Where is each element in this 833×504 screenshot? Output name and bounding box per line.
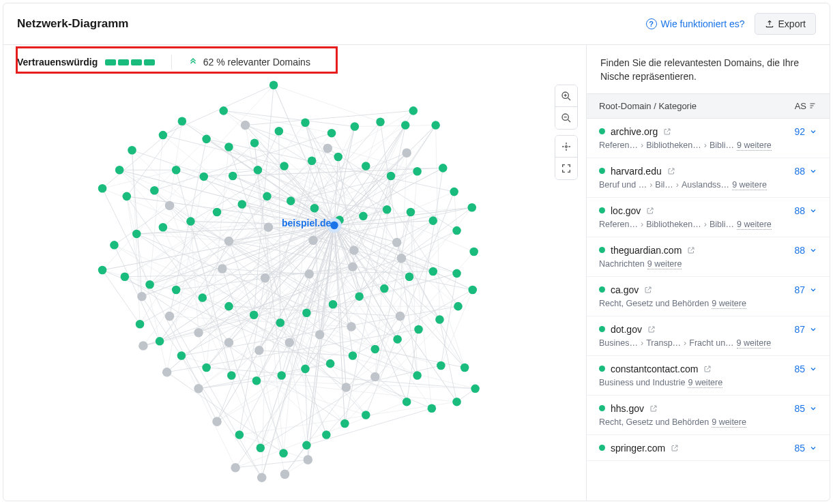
domain-row[interactable]: loc.gov88Referen… › Bibliotheken… › Bibl… (587, 198, 830, 237)
domain-row[interactable]: springer.com85 (587, 435, 830, 461)
chevron-down-icon[interactable] (809, 365, 817, 373)
svg-point-426 (227, 371, 236, 380)
svg-point-348 (257, 473, 267, 482)
external-link-icon[interactable] (649, 404, 658, 413)
graph-area[interactable]: beispiel.de (3, 79, 586, 501)
svg-line-221 (229, 342, 260, 448)
domain-row[interactable]: constantcontact.com85Business und Indust… (587, 356, 830, 396)
svg-point-415 (468, 286, 477, 295)
svg-point-435 (452, 398, 461, 406)
domain-row[interactable]: ca.gov87Recht, Gesetz und Behörden 9 wei… (587, 277, 830, 316)
svg-point-383 (467, 203, 476, 212)
svg-point-354 (159, 131, 168, 140)
svg-point-399 (98, 266, 107, 275)
network-graph[interactable] (3, 79, 586, 501)
svg-point-332 (137, 292, 147, 301)
svg-line-2 (274, 85, 380, 122)
chevron-down-icon[interactable] (809, 167, 817, 175)
svg-point-386 (407, 208, 415, 217)
as-score: 88 (794, 166, 805, 177)
external-link-icon[interactable] (647, 325, 656, 333)
domain-row[interactable]: archive.org92Referen… › Bibliotheken… › … (587, 119, 830, 158)
svg-point-446 (330, 222, 338, 230)
svg-point-375 (280, 162, 289, 171)
external-link-icon[interactable] (671, 444, 679, 452)
export-button[interactable]: Export (755, 13, 816, 35)
more-link[interactable]: 9 weitere (737, 338, 772, 349)
fullscreen-button[interactable] (555, 158, 577, 179)
upload-icon (765, 19, 774, 29)
col-domain-label: Root-Domain / Kategorie (599, 101, 697, 111)
svg-point-429 (156, 337, 164, 346)
svg-line-138 (279, 131, 280, 323)
chevron-down-icon[interactable] (809, 207, 817, 215)
status-dot (599, 207, 605, 213)
svg-line-168 (326, 329, 418, 435)
svg-point-371 (172, 166, 181, 175)
svg-point-380 (413, 167, 422, 176)
svg-point-322 (224, 237, 234, 246)
svg-point-368 (98, 184, 107, 193)
svg-point-414 (469, 248, 478, 256)
svg-point-400 (121, 272, 130, 281)
chevron-down-icon[interactable] (809, 325, 817, 333)
svg-point-419 (393, 335, 402, 344)
trust-bar-segment (105, 59, 116, 65)
chevron-down-icon[interactable] (809, 444, 817, 452)
trust-bar-segment (144, 59, 155, 65)
breadcrumb-segment: Business und Industrie (599, 378, 685, 387)
chevron-down-icon[interactable] (809, 128, 817, 136)
zoom-out-icon (561, 113, 572, 123)
svg-point-408 (329, 300, 338, 309)
more-link[interactable]: 9 weitere (737, 140, 772, 151)
svg-point-358 (275, 127, 284, 136)
svg-line-186 (257, 110, 413, 381)
more-link[interactable]: 9 weitere (712, 299, 746, 309)
more-link[interactable]: 9 weitere (647, 259, 682, 269)
panel-body: Vertrauenswürdig 62 % relevanter Domains (3, 45, 830, 501)
fullscreen-icon (561, 163, 572, 174)
svg-point-424 (277, 371, 286, 380)
svg-line-46 (127, 121, 182, 196)
chevron-down-icon[interactable] (809, 246, 817, 254)
domain-row[interactable]: hhs.gov85Recht, Gesetz und Behörden 9 we… (587, 396, 830, 435)
how-it-works-label: Wie funktioniert es? (661, 18, 745, 29)
chevron-down-icon[interactable] (809, 286, 817, 294)
external-link-icon[interactable] (646, 207, 654, 215)
external-link-icon[interactable] (663, 128, 671, 136)
more-link[interactable]: 9 weitere (712, 417, 746, 428)
domain-row[interactable]: theguardian.com88Nachrichten 9 weitere (587, 237, 830, 277)
zoom-in-button[interactable] (555, 85, 577, 107)
col-as-header[interactable]: AS (795, 101, 817, 111)
svg-point-344 (342, 383, 351, 392)
chevron-down-icon[interactable] (809, 404, 817, 413)
svg-point-442 (322, 430, 331, 439)
svg-point-356 (224, 143, 233, 151)
more-link[interactable]: 9 weitere (737, 220, 772, 230)
svg-point-321 (165, 201, 175, 211)
external-link-icon[interactable] (644, 286, 652, 294)
svg-point-393 (237, 200, 246, 209)
external-link-icon[interactable] (687, 246, 695, 254)
breadcrumb-segment: Fracht un… (689, 338, 733, 348)
more-link[interactable]: 9 weitere (688, 378, 722, 388)
svg-point-441 (302, 441, 311, 450)
status-dot (599, 445, 605, 451)
domain-row[interactable]: dot.gov87Busines… › Transp… › Fracht un…… (587, 316, 830, 356)
breadcrumb-segment: Recht, Gesetz und Behörden (599, 417, 709, 427)
domain-row[interactable]: harvard.edu88Beruf und … › Bil… › Auslan… (587, 158, 830, 198)
more-link[interactable]: 9 weitere (732, 180, 767, 190)
external-link-icon[interactable] (667, 167, 675, 175)
breadcrumb-segment: Bibli… (710, 140, 734, 150)
external-link-icon[interactable] (703, 365, 712, 373)
status-dot (599, 286, 605, 293)
zoom-out-button[interactable] (555, 107, 577, 129)
svg-point-353 (178, 117, 187, 126)
svg-line-27 (355, 125, 436, 127)
svg-point-449 (566, 145, 568, 147)
view-group (555, 135, 578, 180)
center-button[interactable] (555, 136, 577, 158)
breadcrumb-segment: Beruf und … (599, 180, 647, 190)
zoom-in-icon (561, 91, 572, 102)
how-it-works-link[interactable]: ? Wie funktioniert es? (646, 18, 745, 29)
